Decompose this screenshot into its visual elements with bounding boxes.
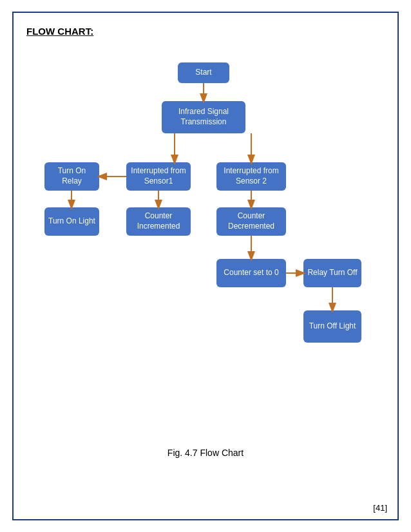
box-sensor2: Interrupted from Sensor 2: [216, 162, 286, 191]
box-counter-inc: Counter Incremented: [126, 207, 191, 236]
page-title: FLOW CHART:: [26, 26, 385, 37]
box-turn-on-relay: Turn On Relay: [44, 162, 99, 191]
box-start: Start: [178, 62, 229, 83]
box-relay-turn-off: Relay Turn Off: [303, 259, 361, 287]
box-sensor1: Interrupted from Sensor1: [126, 162, 191, 191]
chart-caption: Fig. 4.7 Flow Chart: [26, 448, 385, 458]
box-turn-on-light: Turn On Light: [44, 207, 99, 236]
box-counter-dec: Counter Decremented: [216, 207, 286, 236]
page-number: [41]: [373, 503, 387, 513]
page: FLOW CHART: Start Infrared Signal Transm…: [12, 12, 399, 520]
box-counter-set: Counter set to 0: [216, 259, 286, 287]
box-turn-off-light: Turn Off Light: [303, 310, 361, 343]
flowchart-area: Start Infrared Signal Transmission Inter…: [26, 43, 385, 442]
box-infrared: Infrared Signal Transmission: [162, 101, 245, 133]
